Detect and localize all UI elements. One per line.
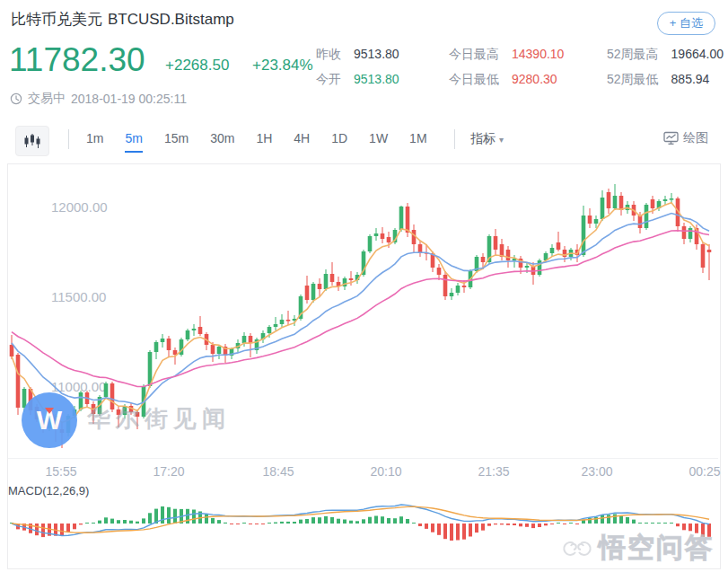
y-axis-tick: 12000.00 xyxy=(51,199,108,215)
chart-panel[interactable] xyxy=(7,163,721,569)
market-status: 交易中 xyxy=(28,91,66,107)
stat-52w-high: 52周最高 19664.00 xyxy=(607,47,728,64)
chart-type-button[interactable] xyxy=(15,126,49,156)
timeframe-tabs: 1m 5m 15m 30m 1H 4H 1D 1W 1M xyxy=(86,131,427,153)
quote-stats: 昨收 9513.80 今开 9513.80 今日最高 14390.10 今日最低… xyxy=(316,47,728,89)
timeframe-tab-15m[interactable]: 15m xyxy=(164,131,189,153)
wukong-watermark: 悟空问答 xyxy=(561,530,714,567)
stat-day-high: 今日最高 14390.10 xyxy=(449,47,607,64)
price-change-percent: +23.84% xyxy=(252,57,313,75)
x-axis-tick: 17:20 xyxy=(153,464,184,479)
stat-52w-low: 52周最低 885.94 xyxy=(607,72,728,89)
x-axis-tick: 21:35 xyxy=(478,464,509,479)
wallstreetcn-watermark: 华尔街见闻 xyxy=(87,403,231,435)
indicators-dropdown[interactable]: 指标▾ xyxy=(470,131,504,147)
clock-icon xyxy=(10,92,22,105)
x-axis-tick: 15:55 xyxy=(45,464,76,479)
y-axis-tick: 11000.00 xyxy=(51,379,106,394)
toolbar-divider xyxy=(454,129,455,149)
logo-triangle xyxy=(45,408,54,414)
instrument-symbol: BTCUSD.Bitstamp xyxy=(108,11,234,28)
timeframe-tab-5m[interactable]: 5m xyxy=(125,131,142,153)
quote-datetime: 2018-01-19 00:25:11 xyxy=(71,92,187,106)
wukong-logo-icon xyxy=(561,534,593,563)
timeframe-tab-1h[interactable]: 1H xyxy=(256,131,272,153)
draw-tools-button[interactable]: 绘图 xyxy=(663,130,708,146)
add-watchlist-button[interactable]: + 自选 xyxy=(657,12,715,35)
x-axis-tick: 18:45 xyxy=(262,464,294,479)
market-status-row: 交易中 2018-01-19 00:25:11 xyxy=(10,91,187,107)
stat-day-low: 今日最低 9280.30 xyxy=(449,72,607,89)
price-change: +2268.50 xyxy=(165,57,229,75)
toolbar-divider xyxy=(68,129,69,149)
x-axis-tick: 23:00 xyxy=(581,464,612,479)
stat-open: 今开 9513.80 xyxy=(316,72,449,89)
timeframe-tab-1d[interactable]: 1D xyxy=(331,131,347,153)
instrument-name: 比特币兑美元 xyxy=(11,11,102,28)
wallstreetcn-logo: W xyxy=(22,392,77,448)
last-price: 11782.30 xyxy=(9,41,145,79)
timeframe-tab-30m[interactable]: 30m xyxy=(210,131,234,153)
page-title: 比特币兑美元BTCUSD.Bitstamp xyxy=(11,9,234,30)
chevron-down-icon: ▾ xyxy=(499,135,504,145)
timeframe-tab-1m[interactable]: 1m xyxy=(86,131,103,153)
x-axis-tick: 00:25 xyxy=(689,464,720,479)
candlestick-icon xyxy=(23,133,41,149)
axis-separator xyxy=(8,458,718,459)
macd-indicator-label: MACD(12,26,9) xyxy=(8,484,89,497)
trading-app: 比特币兑美元BTCUSD.Bitstamp + 自选 11782.30 +226… xyxy=(0,0,728,572)
timeframe-tab-4h[interactable]: 4H xyxy=(294,131,310,153)
stat-prev-close: 昨收 9513.80 xyxy=(316,47,449,64)
y-axis-tick: 11500.00 xyxy=(51,289,106,304)
draw-chart-icon xyxy=(663,131,679,145)
chart-toolbar: 1m 5m 15m 30m 1H 4H 1D 1W 1M 指标▾ 绘图 xyxy=(0,122,728,160)
timeframe-tab-1w[interactable]: 1W xyxy=(369,131,388,153)
x-axis-tick: 20:10 xyxy=(370,464,401,479)
timeframe-tab-1mo[interactable]: 1M xyxy=(409,131,426,153)
